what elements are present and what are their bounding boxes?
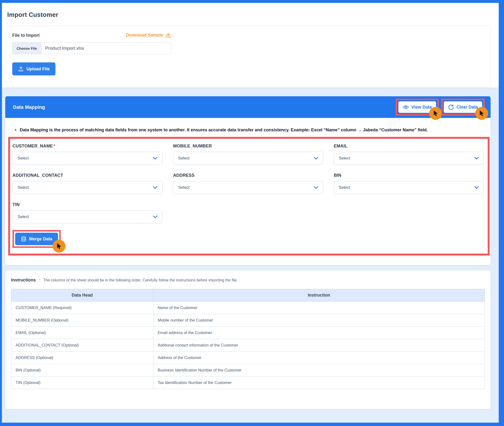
mapping-fields-grid: CUSTOMER_NAME*SelectMOBILE_NUMBERSelectE… bbox=[13, 144, 484, 223]
data-head-cell: TIN (Optional) bbox=[11, 376, 153, 389]
instructions-line: Instructions : The columns of the sheet … bbox=[11, 277, 485, 283]
data-mapping-description: • Data Mapping is the process of matchin… bbox=[15, 128, 483, 133]
instruction-cell: Email address of the Customer bbox=[153, 327, 484, 339]
instructions-description: The columns of the sheet should be in th… bbox=[43, 278, 238, 282]
mapping-field-address: ADDRESSSelect bbox=[173, 173, 323, 194]
file-input[interactable]: Choose File Product Import.xlsx bbox=[12, 42, 171, 54]
data-head-column-header: Data Head bbox=[11, 289, 153, 302]
instruction-cell: Name of the Customer bbox=[153, 302, 484, 314]
instruction-cell: Tax Identification Number of the Custome… bbox=[153, 376, 484, 389]
select-value: Select bbox=[18, 214, 29, 219]
data-mapping-card: Data Mapping View Data Clear bbox=[5, 96, 490, 265]
instructions-colon: : bbox=[39, 278, 40, 282]
field-label: BIN bbox=[334, 173, 484, 178]
field-label: MOBILE_NUMBER bbox=[173, 144, 323, 149]
field-label-text: ADDITIONAL_CONTACT bbox=[13, 173, 63, 178]
annotation-box-merge-data: Merge Data bbox=[13, 230, 61, 248]
select-address[interactable]: Select bbox=[173, 181, 323, 194]
data-mapping-body: • Data Mapping is the process of matchin… bbox=[5, 118, 490, 265]
required-asterisk: * bbox=[54, 144, 55, 149]
field-label-text: EMAIL bbox=[334, 144, 348, 149]
instructions-title: Instructions bbox=[11, 277, 36, 282]
data-head-cell: EMAIL (Optional) bbox=[11, 327, 153, 339]
select-tin[interactable]: Select bbox=[13, 210, 162, 223]
chevron-down-icon bbox=[153, 157, 157, 160]
field-label-text: BIN bbox=[334, 173, 342, 178]
chevron-down-icon bbox=[474, 186, 479, 189]
instructions-table: Data Head Instruction CUSTOMER_NAME (Req… bbox=[11, 289, 485, 389]
field-label-text: TIN bbox=[13, 202, 20, 207]
field-label: TIN bbox=[13, 202, 162, 207]
select-additional-contact[interactable]: Select bbox=[13, 181, 162, 194]
import-customer-section: Import Customer File to Import Download … bbox=[2, 3, 499, 88]
annotation-box-clear-data: Clear Data bbox=[441, 99, 485, 115]
bullet-dot: • bbox=[15, 128, 16, 133]
table-row: ADDITIONAL_CONTACT (Optional)Addtional c… bbox=[11, 339, 485, 352]
chevron-down-icon bbox=[314, 157, 318, 160]
data-mapping-header: Data Mapping View Data Clear bbox=[5, 96, 490, 118]
mapping-field-bin: BINSelect bbox=[334, 173, 484, 194]
data-head-cell: ADDITIONAL_CONTACT (Optional) bbox=[11, 339, 153, 352]
field-label: EMAIL bbox=[334, 144, 484, 149]
field-label-text: CUSTOMER_NAME bbox=[13, 144, 53, 149]
view-data-label: View Data bbox=[411, 105, 432, 110]
mapping-field-tin: TINSelect bbox=[13, 202, 162, 223]
instruction-cell: Addtional contact information of the Cus… bbox=[153, 339, 484, 352]
chevron-down-icon bbox=[314, 186, 318, 189]
instructions-card: Instructions : The columns of the sheet … bbox=[5, 270, 490, 409]
select-value: Select bbox=[339, 156, 350, 161]
select-value: Select bbox=[178, 156, 189, 161]
download-icon bbox=[165, 32, 171, 38]
cursor-badge bbox=[53, 240, 65, 253]
refresh-icon bbox=[448, 104, 454, 110]
select-customer-name[interactable]: Select bbox=[13, 152, 162, 165]
select-value: Select bbox=[18, 185, 29, 190]
annotation-box-mapping-fields: CUSTOMER_NAME*SelectMOBILE_NUMBERSelectE… bbox=[8, 137, 490, 256]
data-head-cell: MOBILE_NUMBER (Optional) bbox=[11, 314, 153, 327]
data-head-cell: ADDRESS (Optional) bbox=[11, 352, 153, 364]
upload-file-button[interactable]: Upload File bbox=[12, 63, 56, 75]
page-title: Import Customer bbox=[7, 11, 490, 19]
field-label: ADDITIONAL_CONTACT bbox=[13, 173, 162, 178]
annotation-box-view-data: View Data bbox=[396, 99, 439, 115]
field-label: CUSTOMER_NAME* bbox=[13, 144, 162, 149]
data-head-cell: CUSTOMER_NAME (Required) bbox=[11, 302, 153, 314]
eye-icon bbox=[403, 104, 409, 110]
upload-tray-icon bbox=[18, 66, 24, 72]
select-value: Select bbox=[339, 185, 350, 190]
mapping-field-additional-contact: ADDITIONAL_CONTACTSelect bbox=[13, 173, 162, 194]
download-sample-link[interactable]: Download Sample bbox=[126, 32, 171, 38]
mapping-field-customer-name: CUSTOMER_NAME*Select bbox=[13, 144, 162, 165]
merge-data-button[interactable]: Merge Data bbox=[15, 233, 58, 245]
select-email[interactable]: Select bbox=[334, 152, 484, 165]
data-mapping-description-text: Data Mapping is the process of matching … bbox=[20, 128, 428, 133]
field-label-text: ADDRESS bbox=[173, 173, 194, 178]
choose-file-button[interactable]: Choose File bbox=[13, 43, 41, 54]
table-row: BIN (Optional)Business Identification Nu… bbox=[11, 364, 485, 376]
chevron-down-icon bbox=[153, 186, 157, 189]
data-head-cell: BIN (Optional) bbox=[11, 364, 153, 376]
select-value: Select bbox=[18, 156, 29, 161]
field-label-text: MOBILE_NUMBER bbox=[173, 144, 212, 149]
data-mapping-title: Data Mapping bbox=[13, 105, 45, 110]
import-customer-page: { "page": { "title": "Import Customer" }… bbox=[0, 0, 504, 426]
table-row: MOBILE_NUMBER (Optional)Mobile number of… bbox=[11, 314, 485, 327]
instruction-cell: Business Identification Number of the Cu… bbox=[153, 364, 484, 376]
database-icon bbox=[21, 236, 26, 242]
chevron-down-icon bbox=[474, 157, 479, 160]
table-header-row: Data Head Instruction bbox=[11, 289, 485, 302]
mouse-cursor-icon bbox=[479, 110, 485, 117]
chevron-down-icon bbox=[153, 215, 157, 218]
select-bin[interactable]: Select bbox=[334, 181, 484, 194]
table-row: CUSTOMER_NAME (Required)Name of the Cust… bbox=[11, 302, 485, 314]
file-to-import-label: File to Import bbox=[12, 33, 40, 38]
download-sample-label: Download Sample bbox=[126, 33, 163, 38]
table-row: ADDRESS (Optional)Address of the Custome… bbox=[11, 352, 485, 364]
cursor-badge bbox=[429, 107, 442, 120]
cursor-badge bbox=[475, 107, 488, 120]
select-mobile-number[interactable]: Select bbox=[173, 152, 323, 165]
upload-file-label: Upload File bbox=[26, 66, 50, 71]
instruction-column-header: Instruction bbox=[153, 289, 484, 302]
merge-data-label: Merge Data bbox=[29, 236, 52, 241]
file-to-import-card: File to Import Download Sample Choose Fi… bbox=[5, 26, 490, 87]
